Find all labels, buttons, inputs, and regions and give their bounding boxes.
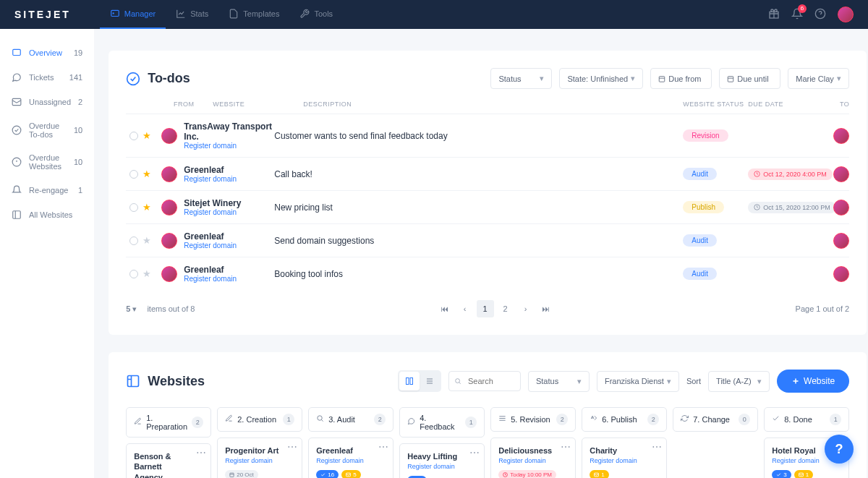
assignee-filter[interactable]: Marie Clay▾ [788,68,849,89]
todo-row[interactable]: ★GreenleafRegister domainCall back!Audit… [126,157,849,190]
card-more-icon[interactable]: ⋯ [378,444,388,450]
column-icon [498,414,506,424]
topnav-tools[interactable]: Tools [289,0,343,29]
svg-point-1 [113,13,114,14]
todo-checkbox[interactable] [129,270,138,278]
star-icon[interactable]: ★ [142,130,151,141]
help-icon[interactable] [814,8,826,22]
topnav-manager[interactable]: Manager [100,0,166,29]
todo-checkbox[interactable] [129,203,138,212]
kanban-card[interactable]: ⋯DeliciousnessRegister domainToday 10:00… [490,438,576,478]
help-fab[interactable]: ? [825,435,854,464]
page-info: Page 1 out of 2 [796,304,850,313]
card-badge: 1 [794,470,813,478]
register-domain-link[interactable]: Register domain [407,463,477,470]
card-title: Heavy Lifting [407,451,477,461]
register-domain-link[interactable]: Register domain [184,208,274,216]
sidebar-all-websites[interactable]: All Websites [0,202,94,227]
todo-checkbox[interactable] [129,170,138,179]
todo-row[interactable]: ★TransAway Transport Inc.Register domain… [126,114,849,157]
list-view-btn[interactable] [420,372,440,390]
grid-view-btn[interactable] [399,372,420,390]
due-until-filter[interactable]: Due until [719,68,780,89]
pager-prev[interactable]: ‹ [456,300,474,317]
column-count: 1 [283,414,294,425]
card-more-icon[interactable]: ⋯ [561,444,571,450]
todos-title: To-dos [148,71,190,86]
card-title: Charity [590,445,659,456]
topnav-stats[interactable]: Stats [166,0,218,29]
star-icon[interactable]: ★ [142,202,151,213]
todo-row[interactable]: ★GreenleafRegister domainBooking tool in… [126,257,849,290]
sidebar-overdue-websites[interactable]: Overdue Websites10 [0,146,94,178]
svg-point-21 [318,416,322,420]
column-icon [681,414,689,424]
star-icon[interactable]: ★ [142,268,151,279]
kanban-card[interactable]: ⋯Heavy LiftingRegister domain1Today 12:0… [399,443,485,478]
card-title: Greenleaf [316,445,386,456]
card-title: Progenitor Art [225,445,294,456]
todo-row[interactable]: ★GreenleafRegister domainSend domain sug… [126,223,849,257]
register-domain-link[interactable]: Register domain [184,175,274,183]
ws-assignee-filter[interactable]: Franziska Dienst▾ [597,371,679,392]
user-avatar[interactable] [838,7,854,22]
to-avatar [833,266,849,282]
ws-status-filter[interactable]: Status▾ [528,371,590,392]
status-badge: Revision [683,129,728,142]
column-icon [134,417,142,427]
pager-page-1[interactable]: 1 [477,300,494,317]
kanban-card[interactable]: ⋯Benson & Barnett AgencyRegister domain1… [126,443,211,478]
star-icon[interactable]: ★ [142,168,151,179]
card-more-icon[interactable]: ⋯ [287,444,297,450]
ws-sort-select[interactable]: Title (A-Z)▾ [708,371,770,392]
add-website-btn[interactable]: Website [777,370,849,393]
sidebar-overdue-to-dos[interactable]: Overdue To-dos10 [0,114,94,146]
register-domain-link[interactable]: Register domain [184,275,274,283]
pager-next[interactable]: › [517,300,535,317]
todo-checkbox[interactable] [129,132,138,140]
column-icon [772,414,780,424]
register-domain-link[interactable]: Register domain [590,457,659,464]
kanban-card[interactable]: ⋯Progenitor ArtRegister domain20 Oct [217,438,302,478]
todo-checkbox[interactable] [129,236,138,245]
status-filter[interactable]: Status▾ [490,68,552,89]
column-count: 1 [830,414,841,425]
kanban-column-header: 5. Revision2 [490,407,576,432]
pager-first[interactable]: ⏮ [436,300,454,317]
register-domain-link[interactable]: Register domain [184,142,274,150]
star-icon[interactable]: ★ [142,235,151,246]
card-more-icon[interactable]: ⋯ [652,444,662,450]
register-domain-link[interactable]: Register domain [225,457,294,464]
card-badge: 16 [316,470,339,478]
column-icon [225,414,233,424]
register-domain-link[interactable]: Register domain [498,457,568,464]
due-from-filter[interactable]: Due from [650,68,712,89]
todo-row[interactable]: ★Sitejet WineryRegister domainNew pricin… [126,190,849,223]
sidebar-overview[interactable]: Overview19 [0,40,94,65]
kanban-card[interactable]: ⋯GreenleafRegister domain16515 Oct [308,438,393,478]
register-domain-link[interactable]: Register domain [316,457,386,464]
gift-icon[interactable] [768,8,780,22]
register-domain-link[interactable]: Register domain [184,242,274,249]
card-title: Deliciousness [498,445,568,456]
th-from: FROM [155,101,213,108]
pager-page-2[interactable]: 2 [497,300,514,317]
page-size[interactable]: 5 ▾ [126,304,137,314]
topnav-templates[interactable]: Templates [218,0,289,29]
card-more-icon[interactable]: ⋯ [196,450,206,456]
to-avatar [833,166,849,182]
bell-icon[interactable]: 6 [791,8,803,22]
todo-description: New pricing list [274,202,683,213]
sidebar-tickets[interactable]: Tickets141 [0,65,94,90]
pager-last[interactable]: ⏭ [537,300,555,317]
card-more-icon[interactable]: ⋯ [469,450,480,456]
kanban-card[interactable]: ⋯CharityRegister domain1Today 10:00 PM [582,438,667,478]
state-filter[interactable]: State: Unfinished▾ [559,68,643,89]
sidebar-unassigned[interactable]: Unassigned2 [0,90,94,114]
sidebar-re-engage[interactable]: Re-engage1 [0,178,94,202]
todo-description: Booking tool infos [274,269,683,279]
card-badge: 3 [772,470,791,478]
todo-description: Customer wants to send final feedback to… [274,131,683,141]
card-badge: 20 Oct [225,470,258,478]
check-circle-icon [126,72,140,86]
